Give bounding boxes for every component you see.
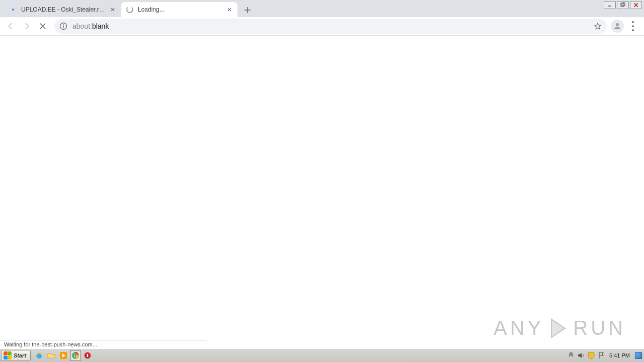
page-content: ANY RUN Waiting for the-best-push-news.c… [0, 36, 644, 348]
system-tray: 5:41 PM [565, 349, 644, 362]
tab-title: UPLOAD.EE - Oski_Stealer.rar - Dow [21, 6, 106, 13]
svg-point-4 [632, 21, 634, 23]
status-bar: Waiting for the-best-push-news.com... [0, 340, 206, 348]
taskbar-shield-icon[interactable] [82, 350, 93, 361]
profile-avatar-icon[interactable] [611, 20, 624, 33]
tab-title: Loading... [138, 6, 222, 13]
close-tab-icon[interactable] [109, 6, 117, 14]
kebab-menu-icon[interactable] [626, 19, 640, 33]
svg-point-5 [632, 25, 634, 27]
watermark: ANY RUN [494, 317, 626, 339]
new-tab-button[interactable] [240, 3, 255, 17]
close-window-button[interactable] [630, 1, 642, 9]
security-center-icon[interactable] [587, 351, 595, 359]
taskbar-ie-icon[interactable] [34, 350, 45, 361]
taskbar-clock[interactable]: 5:41 PM [607, 352, 632, 358]
minimize-button[interactable] [604, 1, 616, 9]
svg-point-11 [74, 354, 77, 357]
window-controls [604, 1, 642, 9]
start-label: Start [14, 352, 26, 358]
site-info-icon[interactable] [59, 22, 67, 30]
taskbar-media-icon[interactable] [58, 350, 69, 361]
bookmark-star-icon[interactable] [594, 22, 602, 30]
svg-point-3 [616, 23, 619, 26]
taskbar-explorer-icon[interactable] [46, 350, 57, 361]
url-text: about:blank [72, 22, 590, 30]
svg-rect-1 [622, 3, 625, 6]
start-button[interactable]: Start [1, 350, 31, 361]
browser-window: UPLOAD.EE - Oski_Stealer.rar - Dow Loadi… [0, 0, 644, 348]
stop-reload-button[interactable] [35, 19, 50, 34]
show-desktop-button[interactable] [635, 352, 642, 359]
volume-icon[interactable] [577, 351, 585, 359]
maximize-button[interactable] [617, 1, 629, 9]
close-tab-icon[interactable] [225, 6, 233, 14]
play-icon [551, 318, 566, 338]
browser-tab[interactable]: UPLOAD.EE - Oski_Stealer.rar - Dow [4, 2, 121, 17]
flag-icon[interactable] [597, 351, 605, 359]
svg-rect-13 [87, 354, 88, 357]
taskbar: Start 5:41 PM [0, 348, 644, 362]
browser-toolbar: about:blank [0, 17, 644, 36]
favicon-icon [9, 6, 17, 14]
browser-tab-active[interactable]: Loading... [121, 2, 237, 17]
svg-rect-0 [621, 4, 624, 7]
address-bar[interactable]: about:blank [54, 19, 607, 34]
taskbar-chrome-icon[interactable] [70, 350, 81, 361]
svg-point-6 [632, 29, 634, 31]
forward-button[interactable] [19, 19, 34, 34]
back-button[interactable] [3, 19, 18, 34]
tray-expand-icon[interactable] [567, 351, 575, 359]
tab-strip: UPLOAD.EE - Oski_Stealer.rar - Dow Loadi… [0, 0, 644, 17]
loading-spinner-icon [126, 6, 134, 14]
windows-logo-icon [4, 351, 12, 359]
